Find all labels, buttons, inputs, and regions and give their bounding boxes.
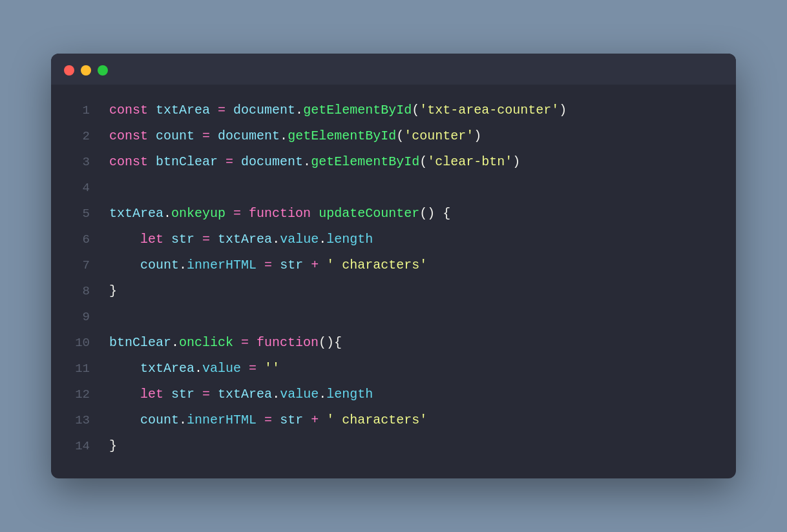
- code-text: count.innerHTML = str + ' characters': [109, 255, 427, 276]
- line-number: 14: [64, 436, 90, 456]
- code-line: 5 txtArea.onkeyup = function updateCount…: [51, 201, 736, 227]
- code-line: 14 }: [51, 433, 736, 459]
- close-button[interactable]: [64, 65, 74, 76]
- code-editor: 1 const txtArea = document.getElementByI…: [51, 85, 736, 478]
- code-text: txtArea.onkeyup = function updateCounter…: [109, 203, 450, 224]
- code-text: count.innerHTML = str + ' characters': [109, 410, 427, 431]
- code-text: [109, 307, 117, 327]
- line-number: 8: [64, 281, 90, 301]
- code-window: 1 const txtArea = document.getElementByI…: [51, 54, 736, 478]
- code-text: [109, 178, 117, 198]
- code-line: 4: [51, 175, 736, 201]
- code-text: const count = document.getElementById('c…: [109, 126, 481, 147]
- code-line: 8 }: [51, 278, 736, 304]
- line-number: 2: [64, 127, 90, 146]
- code-text: const btnClear = document.getElementById…: [109, 152, 520, 172]
- line-number: 3: [64, 152, 90, 172]
- code-line: 6 let str = txtArea.value.length: [51, 227, 736, 252]
- code-text: const txtArea = document.getElementById(…: [109, 100, 567, 121]
- code-line: 7 count.innerHTML = str + ' characters': [51, 252, 736, 278]
- line-number: 13: [64, 411, 90, 430]
- code-line: 12 let str = txtArea.value.length: [51, 382, 736, 407]
- code-line: 9: [51, 304, 736, 330]
- code-line: 2 const count = document.getElementById(…: [51, 123, 736, 149]
- code-text: }: [109, 281, 117, 302]
- titlebar: [51, 54, 736, 85]
- line-number: 4: [64, 178, 90, 198]
- line-number: 5: [64, 204, 90, 223]
- code-text: txtArea.value = '': [109, 358, 280, 379]
- line-number: 1: [64, 101, 90, 120]
- code-text: let str = txtArea.value.length: [109, 229, 373, 250]
- code-line: 1 const txtArea = document.getElementByI…: [51, 97, 736, 123]
- code-text: btnClear.onclick = function(){: [109, 332, 342, 353]
- code-line: 10 btnClear.onclick = function(){: [51, 330, 736, 356]
- line-number: 9: [64, 307, 90, 327]
- maximize-button[interactable]: [98, 65, 108, 76]
- line-number: 10: [64, 333, 90, 353]
- line-number: 6: [64, 230, 90, 249]
- code-text: }: [109, 436, 117, 456]
- code-line: 3 const btnClear = document.getElementBy…: [51, 149, 736, 175]
- code-line: 11 txtArea.value = '': [51, 356, 736, 382]
- minimize-button[interactable]: [81, 65, 91, 76]
- code-line: 13 count.innerHTML = str + ' characters': [51, 407, 736, 433]
- line-number: 7: [64, 256, 90, 275]
- code-text: let str = txtArea.value.length: [109, 384, 373, 405]
- line-number: 12: [64, 385, 90, 404]
- line-number: 11: [64, 359, 90, 378]
